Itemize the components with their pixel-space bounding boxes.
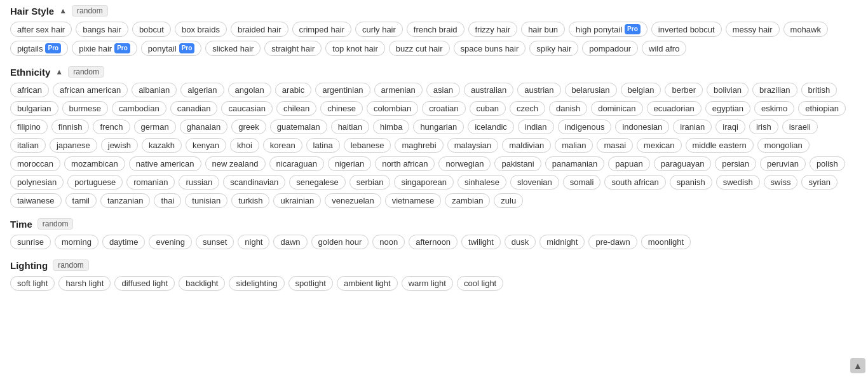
tag-afternoon[interactable]: afternoon — [409, 235, 458, 249]
tag-austrian[interactable]: austrian — [517, 83, 560, 97]
tag-syrian[interactable]: syrian — [801, 175, 837, 190]
tag-ukrainian[interactable]: ukrainian — [273, 193, 321, 208]
tag-croatian[interactable]: croatian — [422, 101, 465, 116]
tag-irish[interactable]: irish — [749, 120, 778, 134]
tag-after-sex-hair[interactable]: after sex hair — [10, 22, 72, 37]
tag-filipino[interactable]: filipino — [10, 120, 48, 134]
tag-zulu[interactable]: zulu — [494, 193, 523, 208]
tag-icelandic[interactable]: icelandic — [468, 120, 514, 134]
tag-golden-hour[interactable]: golden hour — [311, 235, 369, 249]
tag-spiky-hair[interactable]: spiky hair — [529, 41, 578, 56]
tag-asian[interactable]: asian — [426, 83, 460, 97]
tag-high-ponytail[interactable]: high ponytailPro — [569, 22, 648, 37]
tag-ponytail[interactable]: ponytailPro — [141, 41, 201, 56]
tag-panamanian[interactable]: panamanian — [545, 156, 605, 171]
tag-pre-dawn[interactable]: pre-dawn — [588, 235, 637, 249]
tag-nigerian[interactable]: nigerian — [328, 156, 371, 171]
tag-dominican[interactable]: dominican — [591, 101, 642, 116]
tag-peruvian[interactable]: peruvian — [760, 156, 806, 171]
tag-vietnamese[interactable]: vietnamese — [385, 193, 441, 208]
tag-scandinavian[interactable]: scandinavian — [223, 175, 285, 190]
tag-pakistani[interactable]: pakistani — [494, 156, 541, 171]
tag-twilight[interactable]: twilight — [461, 235, 501, 249]
tag-nicaraguan[interactable]: nicaraguan — [269, 156, 324, 171]
tag-frizzy-hair[interactable]: frizzy hair — [468, 22, 518, 37]
tag-egyptian[interactable]: egyptian — [705, 101, 750, 116]
tag-native-american[interactable]: native american — [129, 156, 201, 171]
tag-russian[interactable]: russian — [179, 175, 219, 190]
tag-spanish[interactable]: spanish — [670, 175, 712, 190]
tag-polynesian[interactable]: polynesian — [10, 175, 64, 190]
tag-top-knot-hair[interactable]: top knot hair — [325, 41, 385, 56]
tag-danish[interactable]: danish — [549, 101, 587, 116]
tag-swedish[interactable]: swedish — [716, 175, 760, 190]
tag-italian[interactable]: italian — [10, 138, 46, 153]
tag-kazakh[interactable]: kazakh — [142, 138, 182, 153]
tag-chilean[interactable]: chilean — [276, 101, 316, 116]
tag-mongolian[interactable]: mongolian — [757, 138, 810, 153]
tag-senegalese[interactable]: senegalese — [289, 175, 346, 190]
tag-sunset[interactable]: sunset — [196, 235, 234, 249]
tag-bolivian[interactable]: bolivian — [707, 83, 749, 97]
tag-ambient-light[interactable]: ambient light — [337, 276, 398, 291]
tag-daytime[interactable]: daytime — [102, 235, 146, 249]
tag-turkish[interactable]: turkish — [231, 193, 269, 208]
tag-cambodian[interactable]: cambodian — [112, 101, 166, 116]
tag-canadian[interactable]: canadian — [170, 101, 218, 116]
tag-himba[interactable]: himba — [373, 120, 409, 134]
tag-messy-hair[interactable]: messy hair — [726, 22, 780, 37]
tag-middle-eastern[interactable]: middle eastern — [686, 138, 754, 153]
tag-hair-bun[interactable]: hair bun — [521, 22, 565, 37]
tag-haitian[interactable]: haitian — [331, 120, 369, 134]
tag-albanian[interactable]: albanian — [132, 83, 177, 97]
tag-polish[interactable]: polish — [810, 156, 845, 171]
tag-colombian[interactable]: colombian — [367, 101, 418, 116]
tag-midnight[interactable]: midnight — [539, 235, 585, 249]
tag-venezuelan[interactable]: venezuelan — [325, 193, 381, 208]
tag-warm-light[interactable]: warm light — [402, 276, 453, 291]
tag-serbian[interactable]: serbian — [349, 175, 391, 190]
tag-pixie-hair[interactable]: pixie hairPro — [72, 41, 137, 56]
tag-brazilian[interactable]: brazilian — [752, 83, 797, 97]
tag-papuan[interactable]: papuan — [608, 156, 649, 171]
tag-hungarian[interactable]: hungarian — [413, 120, 464, 134]
tag-malian[interactable]: malian — [555, 138, 593, 153]
tag-curly-hair[interactable]: curly hair — [355, 22, 403, 37]
tag-tamil[interactable]: tamil — [65, 193, 97, 208]
tag-morning[interactable]: morning — [55, 235, 98, 249]
random-badge-ethnicity[interactable]: random — [68, 66, 104, 78]
tag-box-braids[interactable]: box braids — [175, 22, 227, 37]
tag-angolan[interactable]: angolan — [228, 83, 271, 97]
tag-algerian[interactable]: algerian — [180, 83, 224, 97]
tag-caucasian[interactable]: caucasian — [221, 101, 273, 116]
tag-straight-hair[interactable]: straight hair — [264, 41, 322, 56]
tag-french-braid[interactable]: french braid — [407, 22, 465, 37]
tag-british[interactable]: british — [801, 83, 837, 97]
tag-cool-light[interactable]: cool light — [457, 276, 503, 291]
tag-sinhalese[interactable]: sinhalese — [458, 175, 506, 190]
tag-mohawk[interactable]: mohawk — [783, 22, 828, 37]
tag-jewish[interactable]: jewish — [101, 138, 138, 153]
tag-berber[interactable]: berber — [665, 83, 703, 97]
tag-maldivian[interactable]: maldivian — [502, 138, 551, 153]
tag-harsh-light[interactable]: harsh light — [58, 276, 111, 291]
chevron-icon-hair-style[interactable]: ▲ — [59, 6, 67, 15]
tag-malaysian[interactable]: malaysian — [447, 138, 499, 153]
tag-mozambican[interactable]: mozambican — [64, 156, 125, 171]
tag-north-african[interactable]: north african — [375, 156, 435, 171]
tag-argentinian[interactable]: argentinian — [315, 83, 370, 97]
tag-lebanese[interactable]: lebanese — [344, 138, 391, 153]
tag-mexican[interactable]: mexican — [637, 138, 681, 153]
tag-taiwanese[interactable]: taiwanese — [10, 193, 62, 208]
tag-night[interactable]: night — [238, 235, 269, 249]
tag-indigenous[interactable]: indigenous — [558, 120, 612, 134]
tag-burmese[interactable]: burmese — [62, 101, 109, 116]
tag-buzz-cut-hair[interactable]: buzz cut hair — [389, 41, 450, 56]
tag-wild-afro[interactable]: wild afro — [642, 41, 686, 56]
tag-german[interactable]: german — [134, 120, 176, 134]
tag-noon[interactable]: noon — [372, 235, 405, 249]
tag-bangs-hair[interactable]: bangs hair — [76, 22, 128, 37]
tag-kenyan[interactable]: kenyan — [186, 138, 226, 153]
tag-braided-hair[interactable]: braided hair — [231, 22, 288, 37]
tag-ghanaian[interactable]: ghanaian — [180, 120, 228, 134]
